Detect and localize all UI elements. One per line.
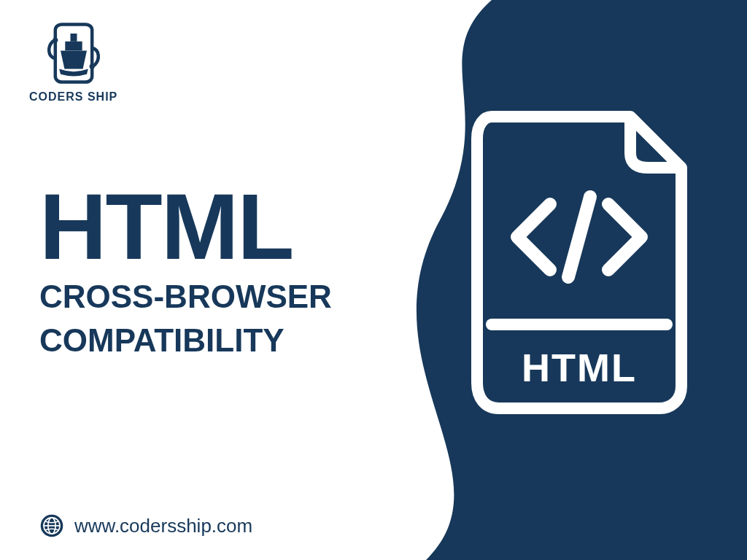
svg-line-9	[568, 197, 590, 277]
globe-icon	[39, 513, 64, 538]
svg-rect-2	[70, 34, 77, 42]
brand-name: CODERS SHIP	[29, 90, 117, 104]
promo-graphic: CODERS SHIP HTML CROSS-BROWSER COMPATIBI…	[0, 0, 747, 560]
headline-block: HTML CROSS-BROWSER COMPATIBILITY	[39, 182, 332, 359]
html-file-illustration: HTML	[462, 109, 696, 416]
headline-subtitle-line2: COMPATIBILITY	[39, 322, 332, 359]
website-url: www.codersship.com	[74, 515, 252, 537]
footer: www.codersship.com	[39, 513, 252, 538]
headline-title: HTML	[39, 182, 332, 271]
brand-logo: CODERS SHIP	[29, 20, 117, 104]
ship-logo-icon	[41, 20, 107, 86]
file-type-label: HTML	[462, 345, 696, 390]
headline-subtitle-line1: CROSS-BROWSER	[39, 279, 332, 316]
svg-rect-3	[65, 42, 82, 51]
